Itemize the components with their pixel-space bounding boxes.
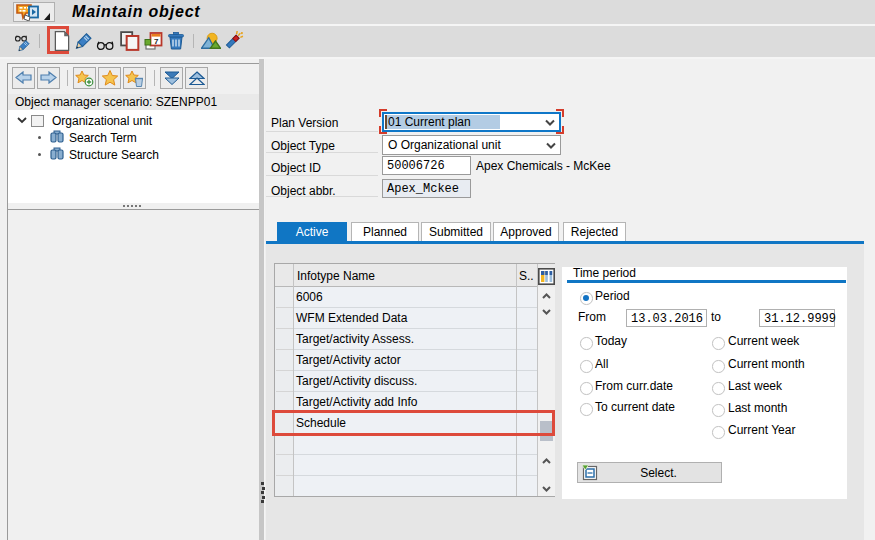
svg-text:7: 7 (154, 37, 159, 46)
